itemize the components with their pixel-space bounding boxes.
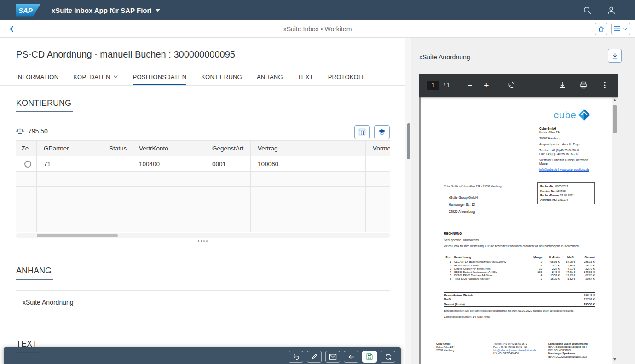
footer-toolbar: [4, 347, 401, 364]
app-title-text: xSuite Inbox App für SAP Fiori: [52, 6, 152, 14]
download-attachment-button[interactable]: [608, 49, 622, 63]
column-header[interactable]: VertrKonto: [132, 141, 205, 156]
invoice-logo: cube: [554, 109, 590, 121]
company-fax: Fax: +49 (0) 040 55 66 36 - 12: [539, 152, 595, 156]
column-header[interactable]: GPartner: [37, 141, 102, 156]
table-cell-status: [102, 156, 132, 171]
sap-logo-text: SAP: [18, 6, 33, 14]
scrollbar-thumb[interactable]: [407, 123, 410, 159]
amount-value: 795,50: [28, 127, 48, 135]
simulate-button[interactable]: [374, 125, 390, 139]
tab-label: ANHANG: [257, 74, 283, 81]
column-header[interactable]: Status: [102, 141, 132, 156]
pdf-viewer: / 1 − +: [419, 74, 618, 364]
company-board: Vorstand: Hubertus Kubieki, Hermann Maur…: [539, 158, 595, 166]
print-button[interactable]: [578, 80, 589, 91]
back-button[interactable]: [6, 23, 17, 35]
column-header[interactable]: GegenstArt: [205, 141, 251, 156]
tab-kontierung[interactable]: KONTIERUNG: [201, 70, 242, 85]
scrollbar-thumb[interactable]: [37, 234, 118, 237]
items-col: E.-Preis: [542, 256, 560, 259]
tab-protokoll[interactable]: PROTOKOLL: [328, 70, 365, 85]
overflow-menu-button[interactable]: [599, 80, 610, 91]
horizontal-scrollbar[interactable]: [16, 233, 390, 238]
table-row-empty: [16, 172, 390, 187]
pdf-toolbar: / 1 − +: [419, 74, 618, 97]
meta-line: Auftrags-Nr.: 2351214: [540, 198, 592, 202]
table-actions: [354, 125, 390, 139]
email-button[interactable]: [325, 351, 340, 363]
meta-value: 108788: [556, 190, 566, 192]
print-icon: [580, 81, 587, 89]
main-panel: PS-CD Anordnung - manuell Buchen : 30000…: [0, 38, 405, 364]
zoom-out-button[interactable]: −: [464, 80, 475, 91]
invoice-company-block: Cube GmbH Kubus-Allee 234 20097 Hamburg …: [539, 127, 595, 172]
home-button[interactable]: [595, 23, 607, 35]
items-header-row: Pos. Bezeichnung Menge E.-Preis MwSt. Ge…: [444, 256, 595, 260]
save-button[interactable]: [362, 351, 377, 363]
tab-kopfdaten[interactable]: KOPFDATEN: [73, 70, 118, 85]
table-cell: [16, 187, 37, 202]
sync-button[interactable]: [381, 351, 395, 363]
tab-label: INFORMATION: [16, 74, 58, 81]
tab-label: KONTIERUNG: [201, 74, 242, 81]
items-row: 5BX100 PAVO Taschen A4 Gloss415,57 €11,8…: [444, 274, 595, 277]
company-links[interactable]: info@cube.de | www.cube-solutions.de: [539, 168, 595, 172]
column-header[interactable]: Ze...: [16, 141, 37, 156]
amount-row: 795,50: [16, 127, 48, 135]
menu-button[interactable]: [611, 23, 630, 35]
shell-actions: [582, 5, 635, 16]
logo-text: cube: [554, 110, 577, 121]
table-cell: [366, 217, 390, 232]
column-header[interactable]: Vertrag: [251, 141, 366, 156]
profile-button[interactable]: [606, 5, 617, 16]
pdf-toolbar-right: [557, 80, 610, 91]
table-cell: [132, 187, 205, 202]
items-row: 3Lerzen Ordner PP 80mm Pink102,27 €4,31 …: [444, 267, 595, 271]
table-cell: [205, 187, 251, 202]
row-radio[interactable]: [24, 161, 31, 168]
vertical-scrollbar[interactable]: [405, 38, 411, 364]
tab-information[interactable]: INFORMATION: [16, 70, 58, 85]
table-row[interactable]: 71 100400 0001 100060: [16, 156, 390, 172]
edit-button[interactable]: [307, 351, 322, 363]
app-title-menu[interactable]: xSuite Inbox App für SAP Fiori: [52, 6, 160, 14]
pdf-download-button[interactable]: [557, 80, 568, 91]
scroll-up-arrow[interactable]: [613, 99, 616, 101]
tab-positionsdaten[interactable]: POSITIONSDATEN: [133, 70, 187, 85]
page-count: / 1: [444, 82, 450, 88]
home-icon: [598, 25, 605, 32]
scrollbar-thumb[interactable]: [613, 105, 617, 133]
splitter-handle[interactable]: [0, 239, 405, 243]
scroll-down-arrow[interactable]: [613, 358, 616, 361]
meta-line: Kunden Nr.: 108788: [540, 189, 592, 194]
table-cell: [366, 202, 390, 217]
table-cell-gpartner: 71: [37, 156, 102, 171]
table-cell: [132, 202, 205, 217]
table-cell: [16, 172, 37, 186]
pdf-scrollbar[interactable]: [612, 97, 618, 364]
undo-button[interactable]: [289, 351, 303, 363]
search-button[interactable]: [582, 5, 593, 16]
tab-bar: INFORMATION KOPFDATEN POSITIONSDATEN KON…: [0, 70, 405, 86]
tab-anhang[interactable]: ANHANG: [257, 70, 283, 85]
attachment-panel: xSuite Anordnung / 1 − +: [411, 38, 635, 364]
graduation-cap-icon: [378, 129, 386, 136]
zoom-in-button[interactable]: +: [481, 80, 492, 91]
calculator-button[interactable]: [354, 125, 370, 139]
back-action-button[interactable]: [344, 351, 358, 363]
rotate-button[interactable]: [506, 80, 517, 91]
tab-label: TEXT: [298, 74, 313, 81]
footer-col-contact: Telefon: +49 (0) 40 55 66 36 -0 Fax: +49…: [493, 342, 548, 358]
table-cell-vertrag: 100060: [251, 156, 366, 171]
items-col: Menge: [530, 256, 542, 259]
column-header[interactable]: Vormerk: [366, 141, 390, 156]
table-cell: [37, 187, 102, 202]
back-icon: [8, 25, 15, 33]
payment-note: Bitte überweisen Sie den offenen Rechnun…: [444, 309, 597, 312]
footer-links[interactable]: info@cube.de | www.cube-solutions.de: [493, 349, 548, 352]
tab-text[interactable]: TEXT: [298, 70, 313, 85]
attachment-list-item[interactable]: xSuite Anordnung: [16, 290, 390, 314]
sap-logo[interactable]: SAP: [16, 4, 40, 17]
page-number-input[interactable]: [427, 81, 439, 90]
